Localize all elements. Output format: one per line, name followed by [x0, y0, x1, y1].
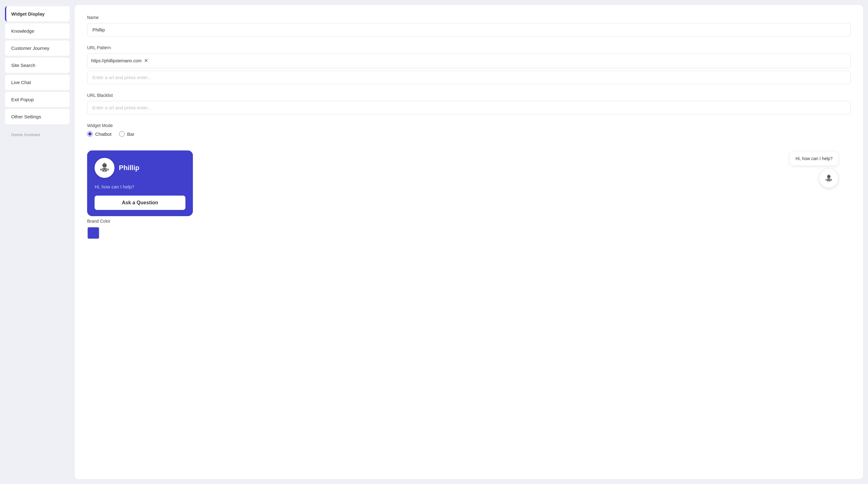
svg-rect-1 — [102, 168, 107, 172]
floating-widget-area: Hi, how can I help? — [205, 145, 850, 188]
radio-bar-input[interactable] — [119, 131, 125, 137]
brand-color-section: Brand Color — [87, 219, 850, 239]
sidebar-item-widget-display[interactable]: Widget Display — [5, 6, 70, 22]
sidebar-item-live-chat[interactable]: Live Chat — [5, 75, 70, 90]
svg-rect-17 — [831, 179, 832, 181]
url-tag-container[interactable]: https://phillipstemann.com ✕ — [87, 53, 850, 68]
brand-color-swatch[interactable] — [87, 227, 99, 239]
svg-point-15 — [829, 174, 829, 175]
main-content: Name URL Pattern https://phillipstemann.… — [75, 5, 863, 479]
delete-assistant-button[interactable]: Delete Assistant — [5, 130, 70, 140]
robot-icon-floating — [825, 174, 833, 183]
widget-mode-label: Widget Mode — [87, 123, 850, 128]
radio-bar[interactable]: Bar — [119, 131, 134, 137]
url-tag-remove-button[interactable]: ✕ — [144, 58, 148, 63]
svg-point-3 — [105, 169, 106, 170]
sidebar-item-site-search[interactable]: Site Search — [5, 58, 70, 73]
widget-preview-header: Phillip — [95, 158, 185, 178]
svg-rect-4 — [103, 170, 105, 171]
svg-rect-10 — [827, 178, 831, 181]
url-pattern-label: URL Pattern — [87, 45, 850, 50]
sidebar-item-other-settings[interactable]: Other Settings — [5, 109, 70, 124]
bot-avatar-large — [95, 158, 115, 178]
svg-rect-7 — [100, 169, 102, 171]
widget-preview: Phillip Hi, how can I help? Ask a Questi… — [87, 150, 193, 216]
sidebar: Widget Display Knowledge Customer Journe… — [0, 0, 75, 484]
svg-rect-14 — [829, 175, 829, 176]
svg-point-2 — [103, 169, 104, 170]
ask-question-button[interactable]: Ask a Question — [95, 196, 185, 210]
url-blacklist-input[interactable] — [87, 101, 850, 114]
preview-row: Phillip Hi, how can I help? Ask a Questi… — [87, 145, 850, 216]
svg-rect-8 — [107, 169, 108, 171]
url-tag-value: https://phillipstemann.com — [91, 58, 142, 63]
floating-chat-bubble: Hi, how can I help? — [790, 152, 838, 165]
url-tag: https://phillipstemann.com ✕ — [91, 58, 148, 63]
name-section: Name — [87, 15, 850, 36]
radio-group: Chatbot Bar — [87, 131, 850, 137]
url-blacklist-section: URL Blacklist — [87, 93, 850, 114]
widget-preview-message: Hi, how can I help? — [95, 184, 185, 189]
svg-rect-13 — [828, 180, 830, 181]
robot-icon-large — [99, 162, 110, 173]
radio-chatbot[interactable]: Chatbot — [87, 131, 112, 137]
radio-chatbot-label: Chatbot — [95, 132, 112, 137]
url-pattern-section: URL Pattern https://phillipstemann.com ✕ — [87, 45, 850, 84]
floating-bot-button[interactable] — [819, 169, 838, 188]
svg-point-11 — [828, 179, 829, 180]
sidebar-item-customer-journey[interactable]: Customer Journey — [5, 40, 70, 56]
sidebar-item-exit-popup[interactable]: Exit Popup — [5, 92, 70, 107]
svg-point-6 — [104, 163, 105, 164]
svg-rect-5 — [104, 163, 105, 165]
brand-color-label: Brand Color — [87, 219, 850, 224]
url-blacklist-label: URL Blacklist — [87, 93, 850, 98]
radio-bar-label: Bar — [127, 132, 134, 137]
name-input[interactable] — [87, 23, 850, 36]
widget-mode-section: Widget Mode Chatbot Bar — [87, 123, 850, 137]
svg-rect-16 — [826, 179, 827, 181]
svg-point-12 — [829, 179, 830, 180]
sidebar-item-knowledge[interactable]: Knowledge — [5, 23, 70, 39]
radio-chatbot-input[interactable] — [87, 131, 93, 137]
url-pattern-input[interactable] — [87, 71, 850, 84]
widget-preview-name: Phillip — [119, 164, 140, 172]
name-label: Name — [87, 15, 850, 20]
